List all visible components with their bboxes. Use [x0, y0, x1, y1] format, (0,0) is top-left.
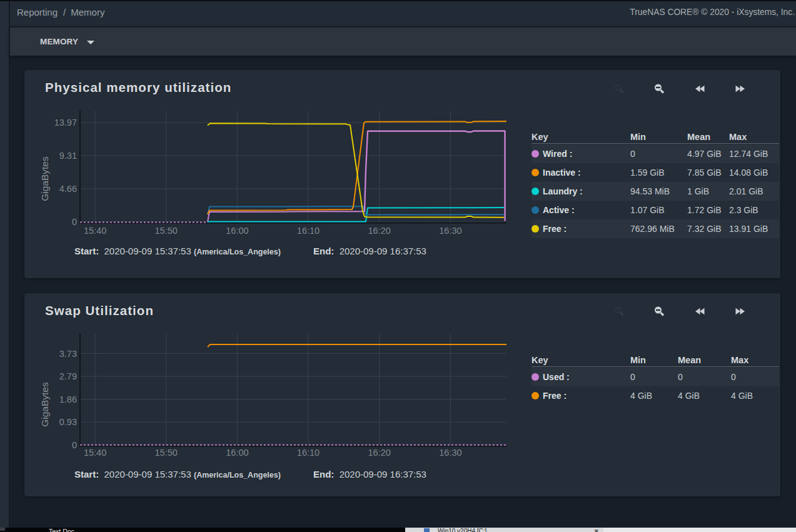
- svg-text:15:50: 15:50: [155, 226, 178, 236]
- svg-text:16:20: 16:20: [368, 226, 391, 236]
- svg-text:1.86: 1.86: [59, 394, 77, 404]
- svg-text:15:40: 15:40: [84, 226, 106, 236]
- svg-text:0: 0: [72, 217, 77, 227]
- svg-text:9.31: 9.31: [59, 151, 77, 161]
- svg-text:13.97: 13.97: [54, 118, 77, 128]
- svg-text:0: 0: [72, 440, 77, 450]
- svg-text:16:10: 16:10: [297, 226, 320, 236]
- svg-text:4.66: 4.66: [59, 184, 77, 194]
- svg-text:GigaBytes: GigaBytes: [39, 156, 50, 201]
- svg-text:GigaBytes: GigaBytes: [39, 382, 50, 427]
- svg-text:16:00: 16:00: [226, 226, 248, 236]
- svg-text:2.79: 2.79: [59, 371, 77, 381]
- svg-text:16:00: 16:00: [226, 448, 248, 458]
- svg-text:16:30: 16:30: [439, 226, 461, 236]
- svg-text:3.73: 3.73: [59, 349, 77, 359]
- svg-text:16:20: 16:20: [368, 448, 391, 458]
- svg-text:15:40: 15:40: [84, 448, 106, 458]
- svg-text:16:10: 16:10: [297, 448, 320, 458]
- svg-text:0.93: 0.93: [59, 417, 77, 427]
- svg-text:15:50: 15:50: [155, 448, 178, 458]
- svg-text:16:30: 16:30: [439, 448, 461, 458]
